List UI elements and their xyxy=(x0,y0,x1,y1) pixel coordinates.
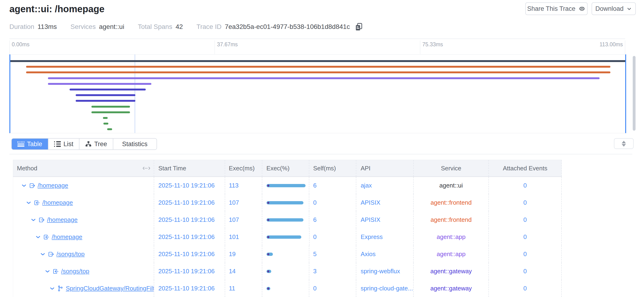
services-value: agent::ui xyxy=(99,23,124,30)
self-time-dot xyxy=(267,253,269,255)
copy-icon[interactable] xyxy=(355,22,363,31)
span-method-link[interactable]: /songs/top xyxy=(61,268,89,275)
method-cell: /songs/top xyxy=(13,246,154,263)
exec-percent-cell xyxy=(262,263,310,280)
column-header-service: Service xyxy=(414,160,489,176)
download-button[interactable]: Download xyxy=(592,2,636,15)
duration-meta: Duration 113ms xyxy=(10,23,57,30)
chevron-down-icon xyxy=(626,6,632,12)
api-cell: APISIX xyxy=(356,194,414,211)
chevron-down-icon[interactable] xyxy=(45,270,50,273)
trace-span-bar[interactable] xyxy=(48,77,600,79)
trace-span-bar[interactable] xyxy=(26,66,610,68)
column-header-exec-: Exec(%) xyxy=(262,160,310,176)
tab-list-label: List xyxy=(64,140,73,148)
self-ms-cell: 0 xyxy=(309,280,356,297)
chevron-down-icon[interactable] xyxy=(22,184,26,187)
self-time-dot xyxy=(267,219,269,221)
trace-waterfall-chart xyxy=(10,54,626,133)
attached-events-cell: 0 xyxy=(489,246,562,263)
service-cell: agent::gateway xyxy=(414,280,489,297)
table-row: /homepage2025-11-10 19:21:061076APISIXag… xyxy=(13,211,562,228)
list-view-icon xyxy=(54,141,61,147)
trace-span-bar[interactable] xyxy=(26,72,610,73)
services-meta: Services agent::ui xyxy=(70,23,124,30)
start-time-cell: 2025-11-10 19:21:06 xyxy=(154,263,225,280)
exec-percent-bar xyxy=(266,236,301,239)
trace-span-bar[interactable] xyxy=(76,100,136,102)
chevron-down-icon[interactable] xyxy=(40,252,45,256)
tab-table[interactable]: Table xyxy=(12,139,48,150)
exec-ms-cell: 113 xyxy=(225,177,262,194)
method-cell: /homepage xyxy=(13,211,154,228)
trace-span-bar[interactable] xyxy=(76,94,136,96)
span-method-link[interactable]: /homepage xyxy=(47,216,78,224)
trace-span-bar[interactable] xyxy=(10,60,625,62)
exec-percent-cell xyxy=(262,228,310,246)
span-method-link[interactable]: /homepage xyxy=(42,199,73,206)
exec-percent-cell xyxy=(262,194,310,211)
trace-meta: Duration 113ms Services agent::ui Total … xyxy=(10,22,363,31)
exec-percent-bar xyxy=(266,252,273,256)
span-method-link[interactable]: /songs/top xyxy=(56,250,84,258)
self-ms-cell: 6 xyxy=(309,211,356,228)
trace-span-bar[interactable] xyxy=(48,83,151,85)
column-header-start-time: Start Time xyxy=(154,160,225,176)
service-cell: agent::frontend xyxy=(414,211,489,228)
entry-span-icon xyxy=(52,268,59,275)
trace-span-bar[interactable] xyxy=(107,128,112,130)
start-time-cell: 2025-11-10 19:21:06 xyxy=(154,211,225,228)
services-label: Services xyxy=(70,23,96,30)
exec-percent-bar xyxy=(266,184,306,187)
trace-span-bar[interactable] xyxy=(92,106,130,108)
self-ms-cell: 0 xyxy=(309,194,356,211)
local-span-icon xyxy=(57,285,64,292)
share-trace-button[interactable]: Share This Trace xyxy=(525,2,588,15)
attached-events-cell: 0 xyxy=(489,263,562,280)
tab-statistics-label: Statistics xyxy=(122,140,148,148)
chart-scrollbar-thumb[interactable] xyxy=(633,56,636,131)
chevron-down-icon[interactable] xyxy=(31,218,36,222)
api-cell: Axios xyxy=(356,246,414,263)
span-method-link[interactable]: SpringCloudGateway/RoutingFilter xyxy=(66,285,154,292)
tree-view-icon xyxy=(85,141,92,147)
attached-events-cell: 0 xyxy=(489,211,562,228)
chevron-down-icon[interactable] xyxy=(26,201,31,204)
exec-ms-cell: 11 xyxy=(225,280,262,297)
tab-tree[interactable]: Tree xyxy=(79,139,113,150)
table-row: /homepage2025-11-10 19:21:061136ajaxagen… xyxy=(13,177,562,194)
span-method-link[interactable]: /homepage xyxy=(38,182,68,189)
start-time-cell: 2025-11-10 19:21:06 xyxy=(154,246,225,263)
exec-ms-cell: 101 xyxy=(225,228,262,246)
api-cell: spring-webflux xyxy=(356,263,414,280)
tab-statistics[interactable]: Statistics xyxy=(113,139,156,150)
chevron-down-icon[interactable] xyxy=(36,236,41,239)
self-time-dot xyxy=(267,236,269,238)
caret-down-icon xyxy=(622,144,626,146)
caret-sort-button[interactable] xyxy=(614,138,634,149)
trace-span-bar[interactable] xyxy=(92,112,130,113)
table-row: /homepage2025-11-10 19:21:061010Expressa… xyxy=(13,228,562,246)
ruler-label: 75.33ms xyxy=(422,41,443,48)
api-cell: spring-cloud-gate... xyxy=(356,280,414,297)
self-ms-cell: 3 xyxy=(309,263,356,280)
trace-id-meta: Trace ID 7ea32b5a-ec01-4977-b538-106b1d8… xyxy=(196,22,363,31)
exec-percent-bar xyxy=(266,201,304,204)
method-cell: /homepage xyxy=(13,228,154,246)
column-resize-icon[interactable] xyxy=(142,166,150,170)
tab-list[interactable]: List xyxy=(48,139,79,150)
attached-events-cell: 0 xyxy=(489,177,562,194)
trace-span-bar[interactable] xyxy=(103,117,108,119)
total-spans-label: Total Spans xyxy=(138,23,172,30)
spans-table: MethodStart TimeExec(ms)Exec(%)Self(ms)A… xyxy=(13,160,562,297)
trace-span-bar[interactable] xyxy=(70,88,146,90)
api-cell: APISIX xyxy=(356,211,414,228)
ruler-tick xyxy=(10,40,10,54)
duration-value: 113ms xyxy=(38,23,57,30)
exit-span-icon xyxy=(38,217,45,223)
trace-span-bar[interactable] xyxy=(104,123,108,124)
tab-tree-label: Tree xyxy=(94,140,107,148)
chevron-down-icon[interactable] xyxy=(50,287,55,290)
span-method-link[interactable]: /homepage xyxy=(52,233,82,240)
self-time-dot xyxy=(267,202,269,204)
